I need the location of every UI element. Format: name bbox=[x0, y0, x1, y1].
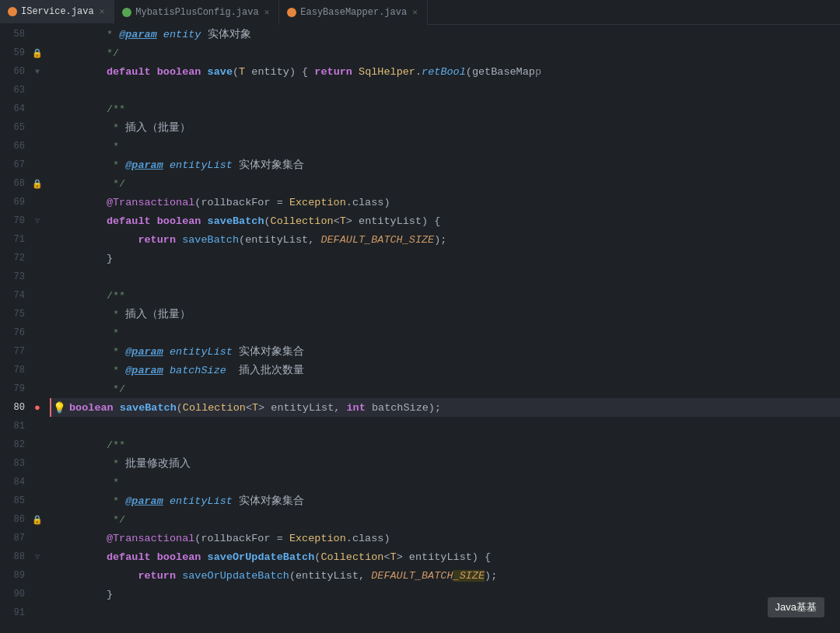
code-line-89: return saveOrUpdateBatch(entityList, DEF… bbox=[50, 566, 840, 585]
gutter-line-80: 80 ● bbox=[0, 398, 47, 417]
line-num-91: 91 bbox=[0, 607, 31, 618]
code-line-85: * @param entityList 实体对象集合 bbox=[50, 491, 840, 510]
code-line-58: * @param entity 实体对象 bbox=[50, 25, 840, 44]
tab-label-iservice: IService.java bbox=[21, 6, 94, 17]
gutter-line-87: 87 bbox=[0, 529, 47, 547]
line-num-80: 80 bbox=[0, 402, 31, 413]
gutter-line-75: 75 bbox=[0, 305, 47, 323]
code-line-87: @Transactional(rollbackFor = Exception.c… bbox=[50, 529, 840, 547]
editor: 58 59 🔒 60 ▼ 63 64 65 66 bbox=[0, 25, 840, 633]
tab-easymapper[interactable]: EasyBaseMapper.java ✕ bbox=[279, 0, 427, 25]
line-num-83: 83 bbox=[0, 458, 31, 469]
gutter-line-81: 81 bbox=[0, 417, 47, 435]
gutter-line-58: 58 bbox=[0, 25, 47, 44]
gutter-line-65: 65 bbox=[0, 118, 47, 137]
gutter-line-71: 71 bbox=[0, 230, 47, 249]
tab-label-mybatisconfig: MybatisPlusConfig.java bbox=[135, 7, 258, 18]
line-num-70: 70 bbox=[0, 215, 31, 226]
gutter-line-66: 66 bbox=[0, 137, 47, 156]
line-num-81: 81 bbox=[0, 421, 31, 432]
line-num-76: 76 bbox=[0, 327, 31, 338]
code-line-71: return saveBatch(entityList, DEFAULT_BAT… bbox=[50, 230, 840, 249]
code-line-65: * 插入（批量） bbox=[50, 118, 840, 137]
code-line-77: * @param entityList 实体对象集合 bbox=[50, 342, 840, 361]
tab-close-mybatisconfig[interactable]: ✕ bbox=[263, 7, 271, 17]
code-line-67: * @param entityList 实体对象集合 bbox=[50, 156, 840, 174]
line-num-69: 69 bbox=[0, 197, 31, 208]
tab-label-easymapper: EasyBaseMapper.java bbox=[300, 7, 407, 18]
code-area[interactable]: * @param entity 实体对象 */ default boolean … bbox=[47, 25, 840, 633]
line-num-73: 73 bbox=[0, 271, 31, 282]
line-num-58: 58 bbox=[0, 29, 31, 40]
gutter-line-85: 85 bbox=[0, 491, 47, 510]
line-num-63: 63 bbox=[0, 85, 31, 96]
gutter-breakpoint-80[interactable]: ● bbox=[31, 402, 44, 414]
code-line-59: */ bbox=[50, 44, 840, 62]
line-num-64: 64 bbox=[0, 103, 31, 114]
gutter-lock-68: 🔒 bbox=[31, 179, 44, 189]
gutter-lock-59: 🔒 bbox=[31, 48, 44, 58]
gutter-line-82: 82 bbox=[0, 435, 47, 454]
code-line-78: * @param batchSize 插入批次数量 bbox=[50, 361, 840, 379]
gutter-line-89: 89 bbox=[0, 566, 47, 585]
code-line-72: } bbox=[50, 249, 840, 268]
code-line-70: default boolean saveBatch(Collection<T> … bbox=[50, 212, 840, 230]
gutter-line-73: 73 bbox=[0, 268, 47, 286]
line-num-82: 82 bbox=[0, 439, 31, 450]
code-line-83: * 批量修改插入 bbox=[50, 454, 840, 473]
line-num-68: 68 bbox=[0, 178, 31, 189]
gutter-line-90: 90 bbox=[0, 585, 47, 603]
gutter-line-74: 74 bbox=[0, 286, 47, 305]
line-num-59: 59 bbox=[0, 47, 31, 58]
gutter-fold-70[interactable]: ▽ bbox=[31, 216, 44, 226]
tab-icon-iservice bbox=[8, 7, 17, 16]
tab-bar: IService.java ✕ MybatisPlusConfig.java ✕… bbox=[0, 0, 840, 25]
code-line-91 bbox=[50, 603, 840, 622]
gutter: 58 59 🔒 60 ▼ 63 64 65 66 bbox=[0, 25, 47, 633]
gutter-line-64: 64 bbox=[0, 100, 47, 118]
code-line-60: default boolean save(T entity) { return … bbox=[50, 62, 840, 81]
line-num-84: 84 bbox=[0, 477, 31, 488]
code-line-66: * bbox=[50, 137, 840, 156]
line-num-66: 66 bbox=[0, 141, 31, 152]
code-line-86: */ bbox=[50, 510, 840, 529]
gutter-lock-86: 🔒 bbox=[31, 515, 44, 525]
code-line-90: } bbox=[50, 585, 840, 603]
gutter-line-77: 77 bbox=[0, 342, 47, 361]
line-num-77: 77 bbox=[0, 346, 31, 357]
line-num-78: 78 bbox=[0, 365, 31, 376]
code-line-63 bbox=[50, 81, 840, 100]
tab-mybatisconfig[interactable]: MybatisPlusConfig.java ✕ bbox=[114, 0, 279, 25]
line-num-86: 86 bbox=[0, 514, 31, 525]
code-line-69: @Transactional(rollbackFor = Exception.c… bbox=[50, 193, 840, 212]
line-num-88: 88 bbox=[0, 551, 31, 562]
code-line-81 bbox=[50, 417, 840, 435]
code-line-79: */ bbox=[50, 379, 840, 398]
tab-close-iservice[interactable]: ✕ bbox=[98, 6, 107, 16]
line-num-67: 67 bbox=[0, 159, 31, 170]
gutter-line-79: 79 bbox=[0, 379, 47, 398]
code-line-74: /** bbox=[50, 286, 840, 305]
code-line-88: default boolean saveOrUpdateBatch(Collec… bbox=[50, 547, 840, 566]
gutter-line-83: 83 bbox=[0, 454, 47, 473]
gutter-line-91: 91 bbox=[0, 603, 47, 622]
gutter-line-86: 86 🔒 bbox=[0, 510, 47, 529]
gutter-fold-88[interactable]: ▽ bbox=[31, 552, 44, 561]
gutter-line-70: 70 ▽ bbox=[0, 212, 47, 230]
code-line-80: 💡boolean saveBatch(Collection<T> entityL… bbox=[50, 398, 840, 417]
gutter-line-72: 72 bbox=[0, 249, 47, 268]
gutter-fold-60[interactable]: ▼ bbox=[31, 68, 44, 76]
line-num-90: 90 bbox=[0, 589, 31, 600]
line-num-89: 89 bbox=[0, 570, 31, 581]
code-line-75: * 插入（批量） bbox=[50, 305, 840, 323]
gutter-line-60: 60 ▼ bbox=[0, 62, 47, 81]
gutter-line-69: 69 bbox=[0, 193, 47, 212]
code-line-68: */ bbox=[50, 174, 840, 193]
warn-icon-80: 💡 bbox=[53, 401, 66, 414]
code-line-76: * bbox=[50, 323, 840, 342]
tab-close-easymapper[interactable]: ✕ bbox=[411, 7, 419, 17]
line-num-87: 87 bbox=[0, 533, 31, 544]
tab-iservice[interactable]: IService.java ✕ bbox=[0, 0, 114, 25]
tab-icon-mybatisconfig bbox=[122, 8, 131, 17]
gutter-line-67: 67 bbox=[0, 156, 47, 174]
